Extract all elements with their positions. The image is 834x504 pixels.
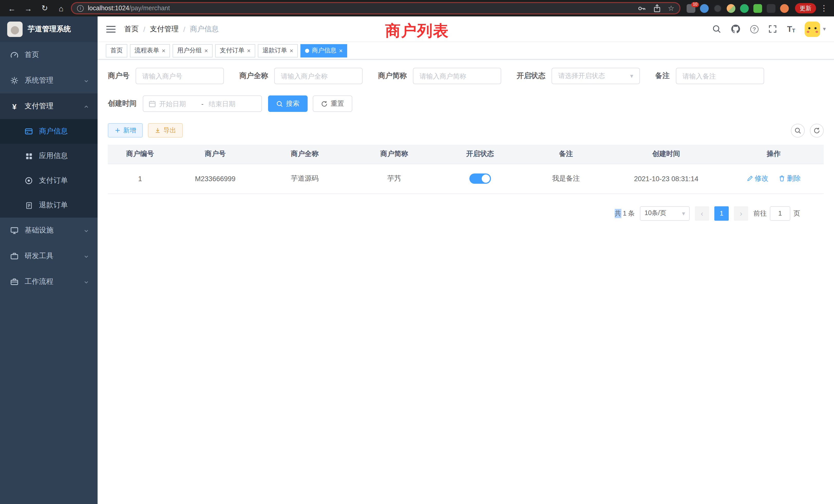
filter-merchant-no: 商户号 bbox=[108, 68, 224, 84]
app-root: 商户列表 芋道管理系统 首页 系统管理 bbox=[0, 17, 834, 504]
sidebar-item-dev-tools[interactable]: 研发工具 bbox=[0, 243, 97, 269]
page-size-select[interactable]: 10条/页 ▾ bbox=[640, 206, 690, 221]
extension-green-circle-icon[interactable] bbox=[740, 4, 749, 13]
toggle-search-icon[interactable] bbox=[791, 123, 805, 137]
tab-home[interactable]: 首页 bbox=[106, 44, 127, 57]
home-icon[interactable]: ⌂ bbox=[54, 2, 68, 15]
reset-button[interactable]: 重置 bbox=[313, 95, 352, 112]
breadcrumb-home[interactable]: 首页 bbox=[124, 24, 139, 33]
cell-merchant-no: M233666999 bbox=[172, 164, 258, 193]
tab-label: 流程表单 bbox=[135, 46, 159, 55]
table-toolbar: 新增 导出 bbox=[108, 123, 824, 138]
filter-status: 开启状态 请选择开启状态 ▾ bbox=[517, 68, 640, 84]
fullscreen-icon[interactable] bbox=[768, 24, 777, 33]
pagination-total: 共 1 条 bbox=[615, 209, 635, 218]
hamburger-icon[interactable] bbox=[106, 24, 116, 33]
close-icon[interactable]: × bbox=[290, 47, 293, 54]
close-icon[interactable]: × bbox=[204, 47, 208, 54]
tab-refund-order[interactable]: 退款订单× bbox=[258, 44, 298, 57]
merchant-no-input[interactable] bbox=[136, 68, 224, 84]
page-content: 商户号 商户全称 商户简称 开启状态 请选择开启状态 bbox=[97, 60, 834, 221]
edit-link[interactable]: 修改 bbox=[746, 174, 769, 183]
prev-page-button[interactable]: ‹ bbox=[695, 206, 709, 221]
next-page-button[interactable]: › bbox=[734, 206, 748, 221]
extension-drop-icon[interactable] bbox=[700, 4, 709, 13]
user-menu[interactable]: ▾ bbox=[805, 21, 826, 37]
delete-link-label: 删除 bbox=[787, 174, 801, 183]
search-button[interactable]: 搜索 bbox=[268, 95, 308, 112]
sidebar-item-label: 基础设施 bbox=[25, 226, 53, 235]
tab-merchant-info[interactable]: 商户信息× bbox=[301, 44, 347, 57]
merchant-table: 商户编号 商户号 商户全称 商户简称 开启状态 备注 创建时间 操作 1 bbox=[108, 145, 824, 194]
breadcrumb-current: 商户信息 bbox=[190, 24, 219, 33]
extension-dark-circle-icon[interactable] bbox=[713, 4, 722, 13]
font-size-icon[interactable]: TT bbox=[787, 25, 795, 33]
column-header-short-name: 商户简称 bbox=[351, 145, 437, 164]
sidebar-item-app-info[interactable]: 应用信息 bbox=[0, 144, 97, 168]
close-icon[interactable]: × bbox=[339, 47, 343, 54]
sidebar-item-home[interactable]: 首页 bbox=[0, 42, 97, 68]
breadcrumb-payment[interactable]: 支付管理 bbox=[150, 24, 179, 33]
page-number-button[interactable]: 1 bbox=[714, 206, 729, 221]
forward-icon[interactable]: → bbox=[22, 2, 35, 15]
browser-menu-icon[interactable]: ⋮ bbox=[819, 4, 829, 13]
tab-pay-order[interactable]: 支付订单× bbox=[215, 44, 255, 57]
filter-label: 开启状态 bbox=[517, 71, 545, 81]
start-date-input[interactable] bbox=[159, 100, 196, 108]
close-icon[interactable]: × bbox=[162, 47, 166, 54]
sidebar-item-system[interactable]: 系统管理 bbox=[0, 68, 97, 93]
goto-label: 前往 bbox=[753, 209, 767, 218]
tab-user-group[interactable]: 用户分组× bbox=[173, 44, 213, 57]
extension-green-square-icon[interactable] bbox=[753, 4, 762, 13]
column-header-merchant-no: 商户号 bbox=[172, 145, 258, 164]
bookmark-star-icon[interactable]: ☆ bbox=[668, 4, 674, 12]
sidebar-item-pay-order[interactable]: 支付订单 bbox=[0, 168, 97, 193]
browser-update-button[interactable]: 更新 bbox=[795, 3, 816, 13]
merchant-full-name-input[interactable] bbox=[274, 68, 363, 84]
goto-page-input[interactable] bbox=[770, 206, 790, 221]
sidebar-item-infrastructure[interactable]: 基础设施 bbox=[0, 217, 97, 243]
tab-label: 商户信息 bbox=[312, 46, 336, 55]
column-header-status: 开启状态 bbox=[437, 145, 523, 164]
tab-label: 支付订单 bbox=[220, 46, 244, 55]
url-bar[interactable]: i localhost:1024/pay/merchant ☆ bbox=[71, 2, 680, 14]
close-icon[interactable]: × bbox=[247, 47, 250, 54]
chevron-down-icon: ▾ bbox=[682, 210, 685, 217]
github-icon[interactable] bbox=[731, 24, 740, 33]
screen: ← → ↻ ⌂ i localhost:1024/pay/merchant ☆ … bbox=[0, 0, 834, 504]
extension-avatar-icon[interactable] bbox=[727, 4, 736, 13]
filter-label: 商户号 bbox=[108, 71, 129, 81]
active-tab-dot bbox=[305, 48, 309, 53]
search-icon[interactable] bbox=[712, 24, 721, 33]
remark-input[interactable] bbox=[676, 68, 764, 84]
extension-puzzle-icon[interactable]: 10 bbox=[687, 4, 695, 13]
sidebar-item-payment[interactable]: ¥ 支付管理 bbox=[0, 93, 97, 119]
profile-avatar-icon[interactable] bbox=[780, 4, 789, 13]
chevron-down-icon bbox=[83, 77, 89, 84]
chevron-up-icon bbox=[83, 103, 89, 109]
status-select[interactable]: 请选择开启状态 ▾ bbox=[552, 68, 640, 84]
reload-icon[interactable]: ↻ bbox=[38, 2, 51, 15]
sidebar-item-merchant-info[interactable]: 商户信息 bbox=[0, 119, 97, 144]
extension-pin-icon[interactable] bbox=[767, 4, 775, 13]
create-time-range-picker[interactable]: - bbox=[143, 95, 262, 112]
status-toggle[interactable] bbox=[469, 174, 491, 184]
tab-process-form[interactable]: 流程表单× bbox=[130, 44, 170, 57]
sidebar-item-label: 工作流程 bbox=[25, 277, 53, 287]
back-icon[interactable]: ← bbox=[5, 2, 19, 15]
sidebar-logo[interactable]: 芋道管理系统 bbox=[0, 17, 97, 42]
delete-link[interactable]: 删除 bbox=[779, 174, 801, 183]
share-icon[interactable] bbox=[653, 4, 662, 13]
help-icon[interactable]: ? bbox=[750, 25, 758, 33]
column-header-actions: 操作 bbox=[724, 145, 824, 164]
add-button[interactable]: 新增 bbox=[108, 123, 143, 138]
url-host: localhost:1024 bbox=[88, 5, 129, 12]
site-info-icon[interactable]: i bbox=[77, 5, 84, 12]
merchant-short-name-input[interactable] bbox=[413, 68, 501, 84]
export-button[interactable]: 导出 bbox=[148, 123, 183, 138]
end-date-input[interactable] bbox=[209, 100, 246, 108]
refresh-icon[interactable] bbox=[810, 123, 824, 137]
sidebar-item-refund-order[interactable]: 退款订单 bbox=[0, 193, 97, 217]
key-icon[interactable] bbox=[637, 4, 646, 13]
sidebar-item-workflow[interactable]: 工作流程 bbox=[0, 269, 97, 295]
